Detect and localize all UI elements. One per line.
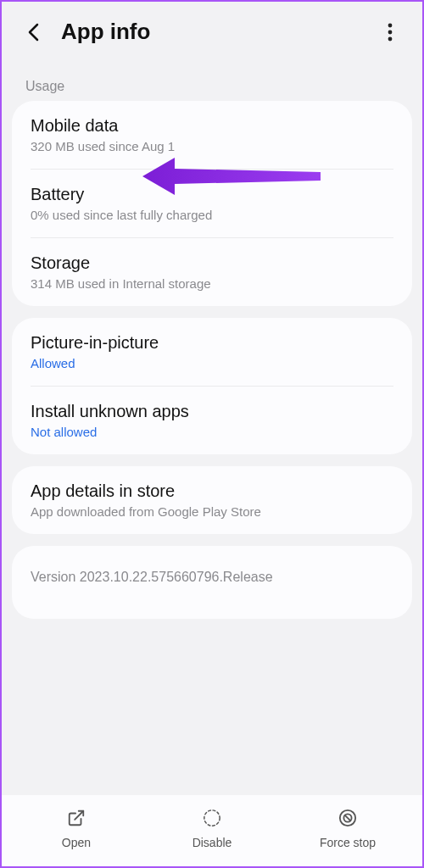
version-card: Version 2023.10.22.575660796.Release <box>12 546 412 619</box>
svg-point-0 <box>388 23 393 27</box>
chevron-left-icon <box>27 23 41 42</box>
pip-value: Allowed <box>31 356 393 370</box>
more-vert-icon <box>388 23 393 42</box>
force-stop-label: Force stop <box>320 836 376 849</box>
store-sub: App downloaded from Google Play Store <box>31 504 393 519</box>
mobile-data-sub: 320 MB used since Aug 1 <box>31 139 393 153</box>
svg-point-1 <box>388 30 393 34</box>
svg-point-4 <box>204 810 220 826</box>
force-stop-button[interactable]: Force stop <box>281 807 415 849</box>
svg-line-7 <box>345 815 350 821</box>
pip-title: Picture-in-picture <box>31 333 393 353</box>
open-label: Open <box>62 836 91 849</box>
storage-sub: 314 MB used in Internal storage <box>31 276 393 291</box>
disable-icon <box>203 809 221 827</box>
disable-button[interactable]: Disable <box>145 807 279 849</box>
force-stop-icon <box>338 809 357 827</box>
battery-title: Battery <box>31 185 393 204</box>
permissions-card: Picture-in-picture Allowed Install unkno… <box>12 318 412 454</box>
install-unknown-apps-item[interactable]: Install unknown apps Not allowed <box>12 387 412 454</box>
disable-label: Disable <box>192 836 232 849</box>
picture-in-picture-item[interactable]: Picture-in-picture Allowed <box>12 318 412 386</box>
open-icon <box>67 809 86 827</box>
unknown-title: Install unknown apps <box>31 402 393 421</box>
overflow-menu-button[interactable] <box>378 20 402 44</box>
battery-sub: 0% used since last fully charged <box>31 208 393 222</box>
usage-card: Mobile data 320 MB used since Aug 1 Batt… <box>12 101 412 306</box>
storage-item[interactable]: Storage 314 MB used in Internal storage <box>12 238 412 306</box>
mobile-data-item[interactable]: Mobile data 320 MB used since Aug 1 <box>12 101 412 169</box>
svg-point-2 <box>388 36 393 41</box>
app-details-store-item[interactable]: App details in store App downloaded from… <box>12 466 412 534</box>
page-title: App info <box>61 19 150 45</box>
app-details-card: App details in store App downloaded from… <box>12 466 412 534</box>
battery-item[interactable]: Battery 0% used since last fully charged <box>12 170 412 237</box>
back-button[interactable] <box>22 20 46 44</box>
bottom-action-bar: Open Disable Force stop <box>2 795 422 866</box>
section-label-usage: Usage <box>12 58 412 101</box>
mobile-data-title: Mobile data <box>31 116 393 136</box>
storage-title: Storage <box>31 253 393 273</box>
svg-line-3 <box>75 811 83 820</box>
store-title: App details in store <box>31 481 393 501</box>
unknown-value: Not allowed <box>31 425 393 439</box>
version-text: Version 2023.10.22.575660796.Release <box>12 546 412 619</box>
open-button[interactable]: Open <box>9 807 143 849</box>
